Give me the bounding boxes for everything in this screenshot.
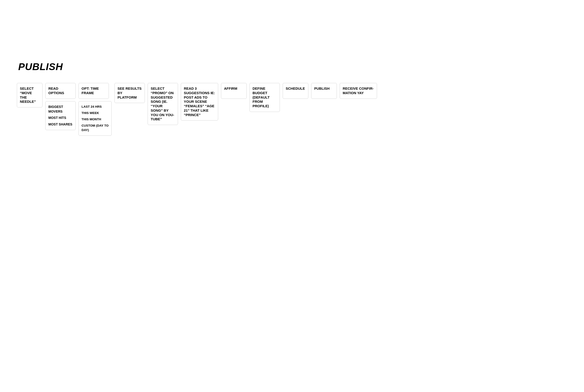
workflow-container: SELECT “MOVE THE NEEDLE” READ OPTIONS BI… <box>17 83 377 136</box>
card-receive-confirmation[interactable]: RECEIVE CONFIR-MATION YAY <box>340 83 377 99</box>
page-title: PUBLISH <box>18 61 63 72</box>
card-see-results-by-platform[interactable]: SEE RESULTS BY PLATFORM <box>114 83 145 103</box>
card-read-3-suggestions[interactable]: READ 3 SUGGESTIONS ie: Post Ads to your … <box>181 83 218 120</box>
card-select-promo[interactable]: SELECT “PROMO” ON SUGGESTED SONG (ie. “Y… <box>148 83 178 125</box>
card-schedule[interactable]: SCHEDULE <box>283 83 308 99</box>
card-select-move-needle[interactable]: SELECT “MOVE THE NEEDLE” <box>17 83 42 108</box>
card-define-budget[interactable]: DEFINE BUDGET (DEFAULT FROM PROFILE) <box>250 83 280 112</box>
card-publish[interactable]: PUBLISH <box>311 83 337 99</box>
card-affirm[interactable]: AFFIRM <box>221 83 247 99</box>
card-time-frame-sub[interactable]: LAST 24 HRS THIS WEEK THIS MONTH CUSTOM … <box>78 101 112 136</box>
card-read-options-sub[interactable]: BIGGEST MOVERS MOST HITS MOST SHARES <box>45 101 76 130</box>
time-frame-group: OPT: TIME FRAME LAST 24 HRS THIS WEEK TH… <box>78 83 112 136</box>
read-options-group: READ OPTIONS BIGGEST MOVERS MOST HITS MO… <box>45 83 76 130</box>
card-read-options[interactable]: READ OPTIONS <box>45 83 76 99</box>
card-opt-time-frame[interactable]: OPT: TIME FRAME <box>78 83 109 99</box>
